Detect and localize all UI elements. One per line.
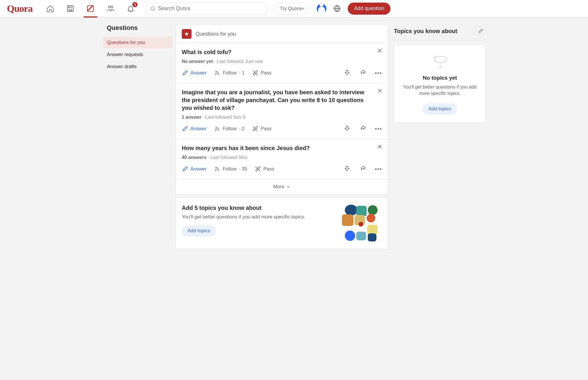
no-topics-title: No topics yet xyxy=(399,75,480,81)
question-card: Imagine that you are a journalist, you h… xyxy=(176,83,388,139)
downvote-button[interactable] xyxy=(343,68,351,78)
topic-promo-card: Add 5 topics you know about You'll get b… xyxy=(176,198,388,249)
svg-point-5 xyxy=(151,7,154,10)
home-icon xyxy=(46,5,54,13)
share-button[interactable] xyxy=(359,124,368,134)
chevron-down-icon xyxy=(286,185,291,189)
question-title[interactable]: What is cold tofu? xyxy=(182,48,382,56)
question-title[interactable]: How many years has it been since Jesus d… xyxy=(182,144,382,152)
question-meta: 1 answer · Last followed Nov 9 xyxy=(182,115,382,120)
language-button[interactable] xyxy=(332,4,342,14)
mailbox-icon xyxy=(430,53,450,70)
sidebar-title: Questions xyxy=(103,24,172,37)
question-card: What is cold tofu? No answer yet · Last … xyxy=(176,43,388,83)
more-button[interactable]: More xyxy=(176,179,388,194)
edit-topics-button[interactable] xyxy=(475,26,486,36)
avatar[interactable] xyxy=(317,4,326,14)
people-icon xyxy=(107,5,115,13)
notification-badge: 1 xyxy=(132,2,138,7)
dismiss-button[interactable] xyxy=(377,88,383,95)
dismiss-button[interactable] xyxy=(377,144,383,151)
topic-promo-title: Add 5 topics you know about xyxy=(182,205,336,211)
edit-icon xyxy=(86,5,94,13)
more-menu-button[interactable]: ••• xyxy=(375,126,382,132)
nav-notifications[interactable]: 1 xyxy=(121,1,140,16)
search-icon xyxy=(150,6,156,11)
add-topics-button[interactable]: Add topics xyxy=(182,225,216,237)
answer-button[interactable]: Answer xyxy=(182,70,207,76)
question-card: How many years has it been since Jesus d… xyxy=(176,139,388,179)
pencil-icon xyxy=(478,28,483,34)
section-divider xyxy=(176,194,388,198)
svg-point-4 xyxy=(111,6,113,8)
question-title[interactable]: Imagine that you are a journalist, you h… xyxy=(182,89,382,112)
globe-icon xyxy=(333,5,341,13)
quora-logo[interactable]: Quora xyxy=(7,3,32,14)
try-quora-plus-button[interactable]: Try Quora+ xyxy=(274,3,310,15)
downvote-button[interactable] xyxy=(343,124,351,134)
main-feed: Questions for you What is cold tofu? No … xyxy=(176,25,388,249)
sidebar-item-answer-requests[interactable]: Answer requests xyxy=(103,49,172,60)
search-input[interactable] xyxy=(158,5,263,11)
nav-home[interactable] xyxy=(41,1,59,16)
more-menu-button[interactable]: ••• xyxy=(375,166,382,172)
add-topics-button-right[interactable]: Add topics xyxy=(423,103,457,115)
star-icon xyxy=(182,29,192,39)
follow-button[interactable]: Follow35 xyxy=(214,166,247,172)
feed-header: Questions for you xyxy=(176,25,388,43)
sidebar-item-answer-drafts[interactable]: Answer drafts xyxy=(103,61,172,72)
topics-illustration xyxy=(342,205,382,242)
no-topics-card: No topics yet You'll get better question… xyxy=(394,45,486,123)
share-button[interactable] xyxy=(359,164,368,174)
search-box[interactable] xyxy=(146,2,267,15)
more-menu-button[interactable]: ••• xyxy=(375,70,382,76)
follow-button[interactable]: Follow1 xyxy=(214,70,245,76)
right-col-header: Topics you know about xyxy=(394,26,486,41)
no-topics-body: You'll get better questions if you add m… xyxy=(399,84,480,97)
svg-point-3 xyxy=(108,6,110,8)
svg-point-1 xyxy=(68,7,70,8)
top-header: Quora 1 Try Quora+ Add question xyxy=(0,0,588,17)
answer-button[interactable]: Answer xyxy=(182,166,207,172)
dismiss-button[interactable] xyxy=(377,48,383,55)
pass-button[interactable]: Pass xyxy=(252,70,272,76)
follow-button[interactable]: Follow2 xyxy=(214,126,245,132)
feed-header-label: Questions for you xyxy=(196,31,236,37)
left-sidebar: Questions Questions for you Answer reque… xyxy=(103,17,172,249)
sidebar-item-questions-for-you[interactable]: Questions for you xyxy=(103,37,172,48)
question-meta: 40 answers · Last followed 56m xyxy=(182,155,382,160)
pass-button[interactable]: Pass xyxy=(252,126,272,132)
pass-button[interactable]: Pass xyxy=(255,166,274,172)
answer-button[interactable]: Answer xyxy=(182,126,207,132)
question-meta: No answer yet · Last followed Just now xyxy=(182,59,382,64)
downvote-button[interactable] xyxy=(343,164,351,174)
nav-answer[interactable] xyxy=(81,1,100,16)
right-col-title: Topics you know about xyxy=(394,28,457,34)
add-question-button[interactable]: Add question xyxy=(348,3,390,15)
topic-promo-body: You'll get better questions if you add m… xyxy=(182,214,336,220)
list-icon xyxy=(66,5,74,13)
svg-rect-7 xyxy=(435,56,446,62)
share-button[interactable] xyxy=(359,68,368,78)
nav-spaces[interactable] xyxy=(101,1,120,16)
right-column: Topics you know about No topics yet You'… xyxy=(394,17,486,249)
search-wrap xyxy=(146,2,267,15)
nav-following[interactable] xyxy=(61,1,80,16)
